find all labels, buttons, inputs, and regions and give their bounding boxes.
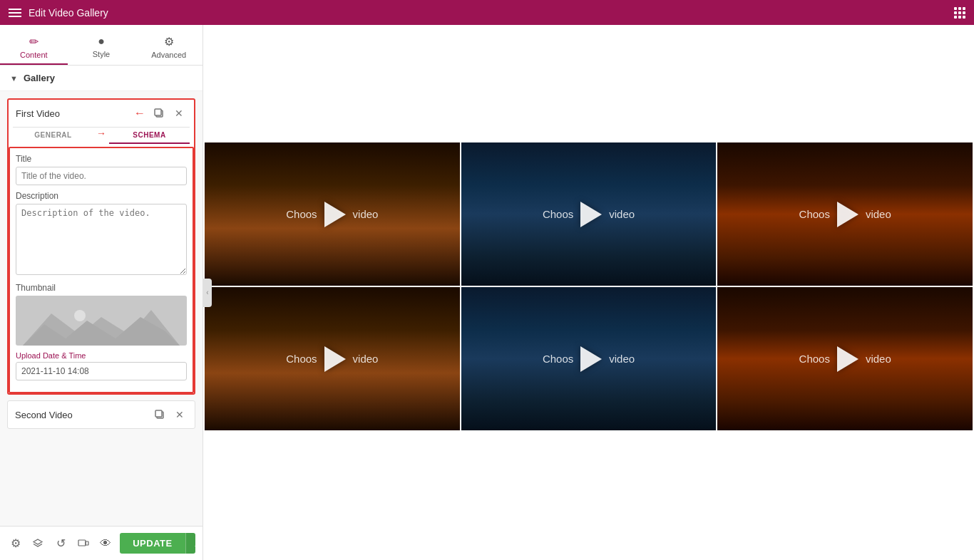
- red-arrow-icon: ←: [134, 107, 145, 120]
- video-grid: Choos video Choos video: [203, 25, 974, 432]
- play-btn-5: [573, 341, 609, 377]
- schema-tabs: GENERAL → SCHEMA: [13, 127, 190, 144]
- main-content: Choos video Choos video: [203, 25, 974, 560]
- svg-rect-1: [155, 109, 161, 115]
- sidebar-content: First Video ← ✕ GENERAL →: [0, 91, 203, 526]
- title-field-group: Title: [16, 154, 187, 185]
- content-tab-icon: ✏: [29, 35, 39, 48]
- choose-text-6-left: Choos: [799, 353, 830, 365]
- choose-text-5-left: Choos: [543, 353, 573, 365]
- choose-text-1-right: video: [353, 208, 379, 220]
- sidebar-wrapper: ✏ Content ● Style ⚙ Advanced ▼ Gallery: [0, 25, 203, 560]
- update-dropdown-btn[interactable]: ▲: [185, 533, 195, 554]
- advanced-tab-icon: ⚙: [164, 35, 174, 48]
- upload-date-field-group: Upload Date & Time 2021-11-10 14:08: [16, 351, 187, 380]
- choose-text-1-left: Choos: [286, 208, 317, 220]
- schema-arrow-icon: →: [96, 128, 106, 144]
- tab-content-label: Content: [20, 51, 48, 59]
- play-triangle-1: [324, 202, 346, 227]
- second-video-label: Second Video: [15, 410, 148, 420]
- tab-schema[interactable]: SCHEMA: [109, 128, 190, 144]
- main-layout: ✏ Content ● Style ⚙ Advanced ▼ Gallery: [0, 25, 974, 560]
- gallery-section-label: Gallery: [24, 73, 55, 83]
- second-video-header: Second Video ✕: [8, 401, 195, 428]
- undo-icon[interactable]: ↺: [52, 534, 69, 554]
- video-cell-4[interactable]: Choos video: [205, 287, 460, 430]
- upload-date-label: Upload Date & Time: [16, 351, 187, 360]
- gallery-collapse-arrow: ▼: [10, 74, 18, 83]
- play-triangle-6: [837, 346, 858, 372]
- thumbnail-field-group: Thumbnail: [16, 283, 187, 346]
- video-cell-5[interactable]: Choos video: [461, 287, 717, 430]
- tab-general[interactable]: GENERAL: [13, 128, 93, 144]
- video-cell-1[interactable]: Choos video: [205, 142, 460, 286]
- choose-text-4-left: Choos: [286, 353, 317, 365]
- second-video-close-btn[interactable]: ✕: [172, 407, 188, 422]
- title-label: Title: [16, 154, 187, 164]
- bottom-toolbar: ⚙ ↺ 👁 UPDATE ▲: [0, 526, 203, 560]
- play-overlay-5: Choos video: [461, 287, 717, 430]
- thumbnail-upload-area[interactable]: [16, 296, 187, 346]
- first-video-card: First Video ← ✕ GENERAL →: [7, 98, 195, 395]
- page-title: Edit Video Gallery: [29, 7, 108, 19]
- first-video-header: First Video ← ✕: [9, 100, 194, 127]
- video-cell-3[interactable]: Choos video: [717, 142, 973, 286]
- thumbnail-label: Thumbnail: [16, 283, 187, 293]
- choose-text-3-left: Choos: [799, 208, 830, 220]
- play-btn-4: [317, 341, 353, 377]
- description-textarea[interactable]: [16, 204, 187, 275]
- top-bar: Edit Video Gallery: [0, 0, 974, 25]
- svg-point-5: [74, 310, 86, 321]
- description-field-group: Description: [16, 191, 187, 277]
- choose-text-3-right: video: [866, 208, 891, 220]
- description-label: Description: [16, 191, 187, 201]
- play-overlay-2: Choos video: [461, 142, 717, 286]
- play-overlay-4: Choos video: [205, 287, 460, 430]
- first-video-copy-btn[interactable]: [151, 105, 167, 121]
- svg-rect-9: [86, 541, 88, 545]
- title-input[interactable]: [16, 167, 187, 185]
- play-overlay-6: Choos video: [717, 287, 973, 430]
- choose-text-2-left: Choos: [543, 208, 573, 220]
- svg-rect-8: [78, 540, 86, 546]
- second-video-copy-btn[interactable]: [152, 407, 168, 422]
- choose-text-5-right: video: [609, 353, 635, 365]
- choose-text-4-right: video: [353, 353, 379, 365]
- grid-menu-icon[interactable]: [954, 7, 965, 19]
- play-triangle-4: [324, 346, 346, 372]
- tab-bar: ✏ Content ● Style ⚙ Advanced: [0, 25, 203, 66]
- update-btn-group: UPDATE ▲: [120, 533, 195, 554]
- play-overlay-1: Choos video: [205, 142, 460, 286]
- update-button[interactable]: UPDATE: [120, 533, 185, 554]
- tab-style[interactable]: ● Style: [68, 31, 135, 65]
- choose-text-6-right: video: [866, 353, 891, 365]
- first-video-close-btn[interactable]: ✕: [171, 105, 187, 121]
- responsive-icon[interactable]: [75, 534, 92, 554]
- style-tab-icon: ●: [98, 35, 105, 48]
- upload-date-value: 2021-11-10 14:08: [16, 362, 187, 380]
- first-video-label: First Video: [16, 108, 130, 119]
- play-triangle-5: [580, 346, 602, 372]
- schema-fields: Title Description Thumbnail: [9, 147, 194, 393]
- settings-icon[interactable]: ⚙: [7, 534, 24, 554]
- tab-advanced-label: Advanced: [151, 51, 186, 59]
- play-btn-3: [830, 197, 866, 232]
- video-cell-6[interactable]: Choos video: [717, 287, 973, 430]
- sidebar: ✏ Content ● Style ⚙ Advanced ▼ Gallery: [0, 25, 203, 560]
- play-btn-1: [317, 197, 353, 232]
- choose-text-2-right: video: [609, 208, 635, 220]
- hamburger-menu-icon[interactable]: [9, 9, 21, 17]
- tab-advanced[interactable]: ⚙ Advanced: [135, 31, 203, 65]
- video-cell-2[interactable]: Choos video: [461, 142, 717, 286]
- eye-icon[interactable]: 👁: [98, 534, 115, 554]
- tab-style-label: Style: [93, 50, 110, 58]
- svg-rect-7: [155, 410, 162, 417]
- play-triangle-3: [837, 202, 858, 227]
- layers-icon[interactable]: [30, 534, 47, 554]
- sidebar-collapse-handle[interactable]: ‹: [203, 279, 212, 307]
- play-overlay-3: Choos video: [717, 142, 973, 286]
- play-btn-6: [830, 341, 866, 377]
- tab-content[interactable]: ✏ Content: [0, 31, 68, 65]
- gallery-section-header[interactable]: ▼ Gallery: [0, 66, 203, 91]
- play-btn-2: [573, 197, 609, 232]
